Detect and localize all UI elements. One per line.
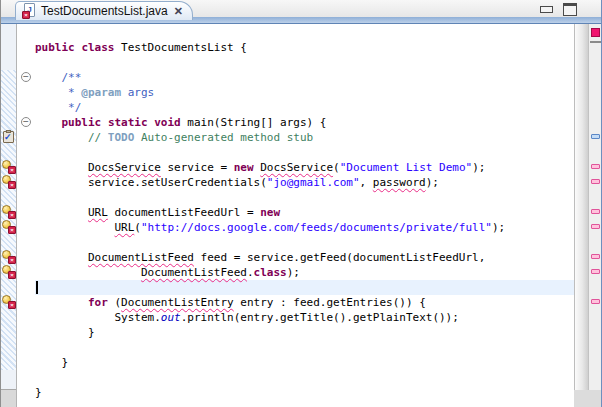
quickfix-error-icon[interactable]: × (2, 295, 16, 309)
overview-error-marker[interactable] (591, 209, 600, 214)
editor-area: ✓××××××× −− public class TestDocumentsLi… (1, 24, 601, 407)
code-line[interactable]: System.out.println(entry.getTitle().getP… (35, 310, 574, 325)
overview-status-icon[interactable] (591, 28, 600, 37)
code-line[interactable]: service.setUserCredentials("jo@gmail.com… (35, 175, 574, 190)
overview-error-marker[interactable] (591, 164, 600, 169)
overview-error-marker[interactable] (591, 269, 600, 274)
code-text-area[interactable]: public class TestDocumentsList { /** * @… (35, 24, 574, 407)
code-line[interactable] (35, 280, 574, 295)
code-line[interactable]: URL documentListFeedUrl = new (35, 205, 574, 220)
code-line[interactable]: } (35, 325, 574, 340)
quickfix-error-icon[interactable]: × (2, 205, 16, 219)
tab-title: TestDocumentsList.java (41, 4, 168, 18)
code-line[interactable]: DocumentListFeed.class); (35, 265, 574, 280)
code-line[interactable]: public static void main(String[] args) { (35, 115, 574, 130)
code-line[interactable]: * @param args (35, 85, 574, 100)
code-line[interactable] (35, 55, 574, 70)
overview-error-marker[interactable] (591, 179, 600, 184)
task-marker-icon[interactable]: ✓ (2, 130, 16, 144)
code-line[interactable]: */ (35, 100, 574, 115)
ruler-bottom-corner (1, 389, 16, 407)
code-line[interactable]: DocumentListFeed feed = service.getFeed(… (35, 250, 574, 265)
code-line[interactable] (35, 235, 574, 250)
error-x-icon: × (8, 181, 16, 189)
error-x-icon: × (8, 226, 16, 234)
overview-error-marker[interactable] (591, 299, 600, 304)
error-x-icon: × (8, 301, 16, 309)
code-line[interactable]: URL("http://docs.google.com/feeds/docume… (35, 220, 574, 235)
quickfix-error-icon[interactable]: × (2, 265, 16, 279)
scrollbar-corner (574, 390, 601, 407)
tab-close-icon[interactable]: ✕ (173, 5, 184, 18)
error-x-icon: × (8, 256, 16, 264)
quickfix-error-icon[interactable]: × (2, 175, 16, 189)
error-overlay-icon: × (22, 11, 30, 19)
overview-error-marker[interactable] (591, 224, 600, 229)
folding-ruler[interactable]: −− (17, 24, 35, 407)
overview-task-marker[interactable] (591, 134, 600, 139)
quickfix-error-icon[interactable]: × (2, 160, 16, 174)
editor-tab-bar: J × TestDocumentsList.java ✕ (1, 0, 601, 24)
overview-ruler[interactable] (588, 24, 601, 407)
code-line[interactable]: } (35, 385, 574, 400)
code-line[interactable]: public class TestDocumentsList { (35, 40, 574, 55)
quickfix-error-icon[interactable]: × (2, 250, 16, 264)
error-x-icon: × (8, 211, 16, 219)
text-cursor (36, 281, 38, 294)
fold-collapse-icon[interactable]: − (21, 117, 31, 127)
code-line[interactable] (35, 370, 574, 385)
code-line[interactable]: DocsService service = new DocsService("D… (35, 160, 574, 175)
code-line[interactable] (35, 190, 574, 205)
tab-testdocumentslist[interactable]: J × TestDocumentsList.java ✕ (15, 1, 193, 20)
eclipse-editor-window: J × TestDocumentsList.java ✕ ✓××××××× −−… (0, 0, 602, 407)
error-x-icon: × (8, 271, 16, 279)
code-line[interactable] (35, 145, 574, 160)
check-icon: ✓ (4, 131, 12, 143)
vertical-scrollbar[interactable] (574, 24, 588, 407)
code-line[interactable]: /** (35, 70, 574, 85)
code-line[interactable]: for (DocumentListEntry entry : feed.getE… (35, 295, 574, 310)
code-lines: public class TestDocumentsList { /** * @… (35, 40, 574, 400)
minimize-icon[interactable] (540, 6, 553, 13)
overview-divider (590, 41, 601, 43)
code-line[interactable]: // TODO Auto-generated method stub (35, 130, 574, 145)
java-file-error-icon: J × (22, 3, 36, 19)
quickfix-error-icon[interactable]: × (2, 220, 16, 234)
overview-error-marker[interactable] (591, 254, 600, 259)
code-line[interactable] (35, 340, 574, 355)
error-x-icon: × (8, 166, 16, 174)
code-line[interactable]: } (35, 355, 574, 370)
maximize-icon[interactable] (563, 3, 577, 16)
annotation-ruler[interactable]: ✓××××××× (1, 24, 17, 407)
fold-collapse-icon[interactable]: − (21, 72, 31, 82)
view-controls (540, 3, 577, 16)
